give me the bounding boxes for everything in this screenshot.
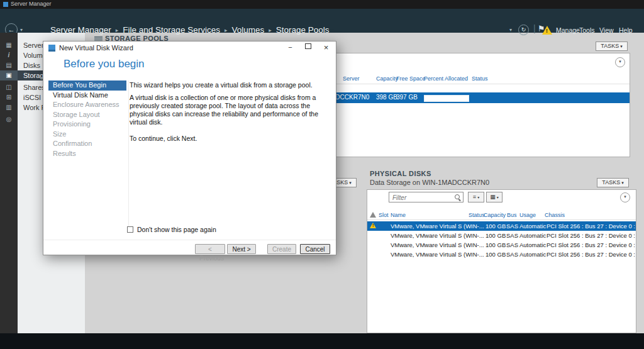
disk-name-cell: VMware, VMware Virtual S (WIN-... bbox=[391, 251, 484, 258]
chevron-down-icon: ▾ bbox=[477, 196, 479, 199]
wizard-step-provisioning: Provisioning bbox=[48, 119, 126, 130]
all-servers-icon[interactable]: ▤ bbox=[0, 60, 18, 70]
menu-help[interactable]: Help bbox=[619, 26, 633, 34]
wizard-heading: Before you begin bbox=[64, 58, 145, 70]
chevron-down-icon: ▾ bbox=[620, 44, 623, 48]
column-header-status[interactable]: Status bbox=[469, 212, 485, 218]
wizard-app-icon bbox=[48, 45, 55, 52]
close-button[interactable]: × bbox=[318, 42, 335, 53]
column-header-free-space[interactable]: Free Space bbox=[396, 75, 426, 82]
menu-view[interactable]: View bbox=[599, 26, 614, 34]
breadcrumb-separator-icon: ▸ bbox=[225, 27, 228, 33]
column-header-chassis[interactable]: Chassis bbox=[545, 212, 565, 218]
chevron-down-icon: ▾ bbox=[497, 196, 499, 199]
new-virtual-disk-wizard-dialog: New Virtual Disk Wizard − × Before you b… bbox=[43, 41, 336, 255]
refresh-icon: ↻ bbox=[521, 26, 526, 33]
alert-column-icon bbox=[370, 212, 376, 218]
maximize-icon bbox=[305, 43, 311, 49]
disk-bus-cell: SAS bbox=[506, 223, 518, 230]
physical-disks-collapse-button[interactable]: ▾ bbox=[620, 192, 630, 202]
disk-bus-cell: SAS bbox=[506, 232, 518, 239]
dashboard-icon[interactable]: ▦ bbox=[0, 40, 18, 50]
cancel-button[interactable]: Cancel bbox=[300, 244, 330, 254]
column-header-capacity[interactable]: Capacity bbox=[376, 75, 398, 82]
disk-name-cell: VMware, VMware Virtual S (WIN-... bbox=[391, 241, 484, 248]
filter-input[interactable] bbox=[391, 193, 453, 202]
column-header-percent-allocated[interactable]: Percent Allocated bbox=[424, 75, 468, 82]
column-header-usage[interactable]: Usage bbox=[519, 212, 536, 218]
local-server-icon[interactable]: i bbox=[0, 50, 18, 60]
nav-dropdown-chevron-icon[interactable]: ▾ bbox=[509, 27, 512, 33]
column-header-status[interactable]: Status bbox=[472, 75, 488, 82]
disk-capacity-cell: 100 GB bbox=[486, 232, 506, 239]
next-button[interactable]: Next > bbox=[227, 244, 256, 254]
taskbar: ^ 2:45 AM 1/24/2023 bbox=[0, 333, 644, 349]
wizard-body: This wizard helps you create a virtual d… bbox=[130, 81, 332, 143]
filter-options-button[interactable]: ≡▾ bbox=[468, 192, 484, 202]
iscsi-icon[interactable]: ⊞ bbox=[0, 92, 18, 102]
wizard-step-results: Results bbox=[48, 149, 126, 159]
physical-disks-tasks-button[interactable]: TASKS▾ bbox=[597, 178, 629, 187]
breadcrumb: Server Manager▸File and Storage Services… bbox=[50, 24, 330, 35]
filter-box bbox=[389, 192, 464, 202]
maximize-button[interactable] bbox=[299, 42, 316, 53]
physical-disk-row[interactable]: VMware, VMware Virtual S (WIN-... 100 GB… bbox=[367, 250, 636, 259]
wizard-paragraph: This wizard helps you create a virtual d… bbox=[130, 81, 332, 89]
wizard-steps: Before You Begin Virtual Disk Name Enclo… bbox=[48, 80, 126, 158]
wizard-divider bbox=[128, 80, 129, 230]
wizard-step-enclosure-awareness: Enclosure Awareness bbox=[48, 100, 126, 110]
storage-pools-collapse-button[interactable]: ▾ bbox=[615, 57, 625, 67]
feedback-icon[interactable]: ◎ bbox=[0, 114, 18, 125]
grouping-button[interactable]: ▦▾ bbox=[486, 192, 502, 202]
wizard-title: New Virtual Disk Wizard bbox=[59, 44, 133, 52]
physical-disk-row[interactable]: VMware, VMware Virtual S (WIN-... 100 GB… bbox=[367, 240, 636, 250]
dont-show-again-checkbox[interactable] bbox=[127, 226, 133, 233]
breadcrumb-separator-icon: ▸ bbox=[116, 27, 119, 33]
column-header-name[interactable]: Name bbox=[391, 212, 406, 218]
dont-show-again-label: Don't show this page again bbox=[137, 226, 216, 233]
breadcrumb-item-volumes[interactable]: Volumes bbox=[231, 25, 264, 35]
menu-tools[interactable]: Tools bbox=[579, 26, 595, 34]
column-header-server[interactable]: Server bbox=[343, 75, 360, 82]
column-header-capacity[interactable]: Capacity bbox=[484, 212, 506, 218]
server-manager-app-icon bbox=[3, 2, 8, 7]
shares-icon[interactable]: ◫ bbox=[0, 82, 18, 92]
disk-capacity-cell: 100 GB bbox=[486, 241, 506, 248]
disk-chassis-cell: PCI Slot 256 : Bus 27 : Device 0 : Funct… bbox=[547, 251, 636, 259]
chevron-down-icon: ▾ bbox=[349, 180, 352, 185]
storage-pools-tasks-button[interactable]: TASKS▾ bbox=[596, 42, 628, 51]
warning-mark: ! bbox=[372, 223, 374, 228]
notifications-warning-mark: ! bbox=[546, 28, 548, 34]
window-titlebar: Server Manager bbox=[0, 0, 644, 9]
list-icon: ≡ bbox=[473, 194, 476, 200]
storage-services-icon[interactable]: ▣ bbox=[0, 70, 18, 80]
nav-divider: | bbox=[533, 23, 536, 33]
column-header-bus[interactable]: Bus bbox=[507, 212, 517, 218]
breadcrumb-item-file-storage[interactable]: File and Storage Services bbox=[123, 25, 220, 35]
nav-history-chevron-icon[interactable]: ▾ bbox=[20, 27, 23, 33]
disk-name-cell: VMware, VMware Virtual S (WIN-... bbox=[391, 232, 484, 239]
disk-usage-cell: Automatic bbox=[519, 232, 546, 239]
column-header-slot[interactable]: Slot bbox=[379, 212, 389, 218]
server-manager-window: Server Manager ← ▾ Server Manager▸File a… bbox=[0, 0, 644, 349]
header-divider bbox=[367, 219, 636, 220]
wizard-paragraph: To continue, click Next. bbox=[130, 135, 332, 143]
disk-bus-cell: SAS bbox=[506, 241, 518, 248]
breadcrumb-item-storage-pools[interactable]: Storage Pools bbox=[276, 25, 330, 35]
wizard-step-size: Size bbox=[48, 130, 126, 140]
menu-manage[interactable]: Manage bbox=[556, 26, 580, 34]
work-folders-icon[interactable]: ▥ bbox=[0, 102, 18, 113]
search-icon bbox=[455, 194, 460, 199]
physical-disk-row[interactable]: ! VMware, VMware Virtual S (WIN-... 100 … bbox=[367, 221, 636, 231]
previous-button[interactable]: < Previous bbox=[195, 244, 225, 254]
disk-usage-cell: Automatic bbox=[519, 223, 546, 230]
breadcrumb-separator-icon: ▸ bbox=[269, 27, 272, 33]
refresh-button[interactable]: ↻ bbox=[518, 25, 529, 35]
chevron-down-icon: ▾ bbox=[621, 180, 624, 185]
minimize-button[interactable]: − bbox=[282, 42, 299, 53]
wizard-step-before-you-begin[interactable]: Before You Begin bbox=[48, 80, 126, 91]
physical-disk-row[interactable]: VMware, VMware Virtual S (WIN-... 100 GB… bbox=[367, 231, 636, 240]
create-button[interactable]: Create bbox=[267, 244, 296, 254]
wizard-step-virtual-disk-name[interactable]: Virtual Disk Name bbox=[48, 91, 126, 101]
wizard-paragraph: A virtual disk is a collection of one or… bbox=[130, 94, 332, 126]
